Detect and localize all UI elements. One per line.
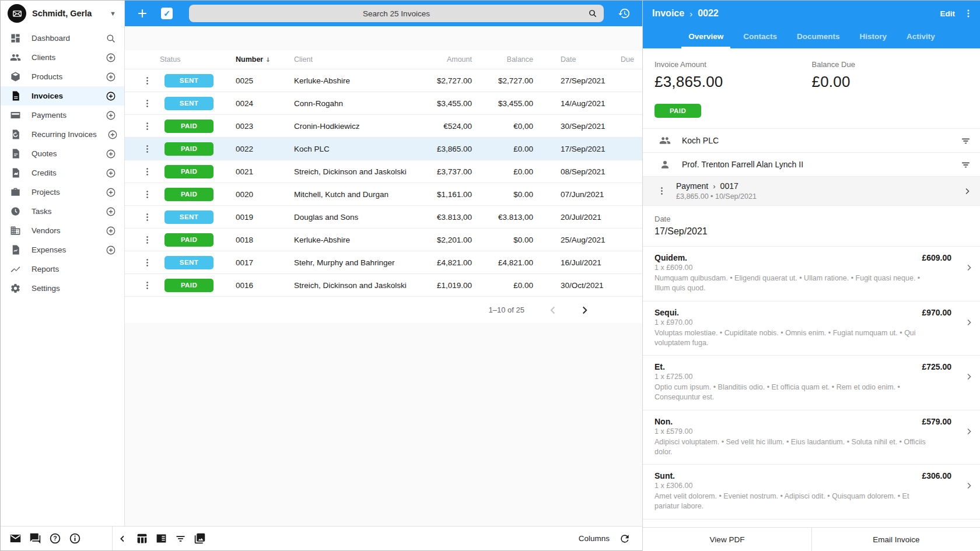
sidebar-item-dashboard[interactable]: Dashboard xyxy=(1,29,124,48)
add-invoices-button[interactable] xyxy=(106,91,116,101)
payment-separator-icon: › xyxy=(713,182,715,191)
filter-icon[interactable] xyxy=(960,135,971,146)
payment-entity: Payment xyxy=(676,181,708,191)
tab-documents[interactable]: Documents xyxy=(790,26,847,48)
add-projects-button[interactable] xyxy=(106,187,116,198)
line-item[interactable]: At. £676.00 1 x £676.00 Quibusdam. • Sol… xyxy=(643,520,980,528)
email-invoice-button[interactable]: Email Invoice xyxy=(811,528,980,551)
filter-icon[interactable] xyxy=(960,159,971,170)
add-expenses-button[interactable] xyxy=(106,245,116,255)
sidebar-item-payments[interactable]: Payments xyxy=(1,106,124,125)
add-quotes-button[interactable] xyxy=(106,149,116,159)
images-icon[interactable] xyxy=(194,532,206,545)
kebab-icon[interactable] xyxy=(142,99,152,108)
table-row[interactable]: PAID 0018 Kerluke-Abshire $2,201.00 $0.0… xyxy=(125,229,642,251)
sidebar-item-reports[interactable]: Reports xyxy=(1,259,124,279)
kebab-icon[interactable] xyxy=(142,189,152,199)
sidebar-item-vendors[interactable]: Vendors xyxy=(1,221,124,240)
refresh-icon[interactable] xyxy=(619,533,631,545)
sidebar-item-settings[interactable]: Settings xyxy=(1,279,124,298)
table-icon[interactable] xyxy=(136,532,148,545)
columns-button[interactable]: Columns xyxy=(579,534,610,543)
sidebar-item-projects[interactable]: Projects xyxy=(1,183,124,202)
column-header-amount[interactable]: Amount xyxy=(416,55,472,64)
help-icon[interactable]: ? xyxy=(49,532,61,545)
history-icon[interactable] xyxy=(618,7,631,20)
kebab-icon[interactable] xyxy=(142,235,152,245)
payment-row[interactable]: Payment › 0017 £3,865.00 • 10/Sep/2021 xyxy=(643,177,980,206)
kebab-icon[interactable] xyxy=(142,76,152,86)
balance-cell: £4,821.00 xyxy=(472,258,533,267)
column-header-status[interactable]: Status xyxy=(160,55,236,64)
add-vendors-button[interactable] xyxy=(106,226,116,236)
add-tasks-button[interactable] xyxy=(106,206,116,217)
sidebar-item-quotes[interactable]: Quotes xyxy=(1,144,124,163)
breadcrumb: Invoice › 0022 xyxy=(652,8,719,19)
sidebar-item-clients[interactable]: Clients xyxy=(1,48,124,67)
column-header-balance[interactable]: Balance xyxy=(472,55,533,64)
edit-button[interactable]: Edit xyxy=(940,9,956,18)
add-clients-button[interactable] xyxy=(106,52,116,63)
column-header-client[interactable]: Client xyxy=(294,55,416,64)
table-row[interactable]: PAID 0021 Streich, Dickinson and Jaskols… xyxy=(125,160,642,183)
more-actions-icon[interactable] xyxy=(963,8,974,19)
preview-panel-icon[interactable] xyxy=(155,532,167,545)
search-icon[interactable] xyxy=(106,33,116,44)
client-row[interactable]: Koch PLC xyxy=(643,129,980,153)
table-row[interactable]: PAID 0023 Cronin-Hodkiewicz €524,00 €0,0… xyxy=(125,115,642,138)
sidebar-item-credits[interactable]: Credits xyxy=(1,163,124,183)
tab-activity[interactable]: Activity xyxy=(900,26,942,48)
line-item[interactable]: Sunt. £306.00 1 x £306.00 Amet velit dol… xyxy=(643,465,980,520)
chat-icon[interactable] xyxy=(29,532,41,545)
add-payments-button[interactable] xyxy=(106,110,116,121)
chevron-left-icon[interactable] xyxy=(117,534,128,544)
sidebar-item-recurring-invoices[interactable]: Recurring Invoices xyxy=(1,125,124,144)
search-input[interactable]: Search 25 Invoices xyxy=(189,5,604,22)
sidebar-item-expenses[interactable]: Expenses xyxy=(1,240,124,259)
dashboard-icon xyxy=(10,33,21,44)
line-item[interactable]: Sequi. £970.00 1 x £970.00 Voluptas mole… xyxy=(643,301,980,356)
line-item[interactable]: Quidem. £609.00 1 x £609.00 Numquam quib… xyxy=(643,247,980,301)
sidebar-item-invoices[interactable]: Invoices xyxy=(1,86,124,106)
new-invoice-button[interactable] xyxy=(136,7,149,20)
tab-contacts[interactable]: Contacts xyxy=(736,26,784,48)
kebab-icon[interactable] xyxy=(142,167,152,177)
previous-page-button[interactable] xyxy=(547,304,559,317)
contact-row[interactable]: Prof. Trenton Farrell Alan Lynch II xyxy=(643,153,980,177)
add-products-button[interactable] xyxy=(106,72,116,82)
kebab-icon[interactable] xyxy=(657,186,667,196)
table-row[interactable]: PAID 0020 Mitchell, Kutch and Durgan $1,… xyxy=(125,183,642,206)
table-row[interactable]: SENT 0019 Douglas and Sons €3.813,00 €3.… xyxy=(125,206,642,229)
select-all-checkbox[interactable]: ✓ xyxy=(161,8,173,19)
mail-icon[interactable] xyxy=(9,532,22,545)
tab-history[interactable]: History xyxy=(853,26,894,48)
date-cell: 14/Aug/2021 xyxy=(533,99,612,108)
line-item[interactable]: Non. £579.00 1 x £579.00 Adipisci volupt… xyxy=(643,410,980,465)
table-row[interactable]: PAID 0016 Streich, Dickinson and Jaskols… xyxy=(125,274,642,297)
sidebar-item-products[interactable]: Products xyxy=(1,67,124,86)
line-item[interactable]: Et. £725.00 1 x £725.00 Optio cum ipsum.… xyxy=(643,356,980,410)
view-pdf-button[interactable]: View PDF xyxy=(643,528,811,551)
table-row[interactable]: SENT 0025 Kerluke-Abshire $2,727.00 $2,7… xyxy=(125,69,642,92)
column-header-number[interactable]: Number xyxy=(236,55,294,64)
sidebar-item-tasks[interactable]: Tasks xyxy=(1,202,124,221)
kebab-icon[interactable] xyxy=(142,144,152,154)
table-row[interactable]: SENT 0024 Conn-Rogahn $3,455.00 $3,455.0… xyxy=(125,92,642,115)
table-row[interactable]: PAID 0022 Koch PLC £3,865.00 £0.00 17/Se… xyxy=(125,138,642,160)
account-menu[interactable]: Schmidt, Gerla ▼ xyxy=(1,1,124,26)
filter-icon[interactable] xyxy=(174,532,187,545)
kebab-icon[interactable] xyxy=(142,280,152,290)
kebab-icon[interactable] xyxy=(142,212,152,222)
info-icon[interactable] xyxy=(69,532,81,545)
column-header-due[interactable]: Due xyxy=(612,55,642,64)
sort-desc-icon xyxy=(264,56,272,64)
caret-down-icon[interactable]: ▼ xyxy=(110,10,116,17)
kebab-icon[interactable] xyxy=(142,121,152,131)
tab-overview[interactable]: Overview xyxy=(681,26,730,48)
kebab-icon[interactable] xyxy=(142,258,152,268)
add-recurring-invoices-button[interactable] xyxy=(107,129,118,140)
table-row[interactable]: SENT 0017 Stehr, Murphy and Bahringer £4… xyxy=(125,251,642,274)
next-page-button[interactable] xyxy=(578,304,591,317)
add-credits-button[interactable] xyxy=(106,168,116,178)
column-header-date[interactable]: Date xyxy=(533,55,612,64)
